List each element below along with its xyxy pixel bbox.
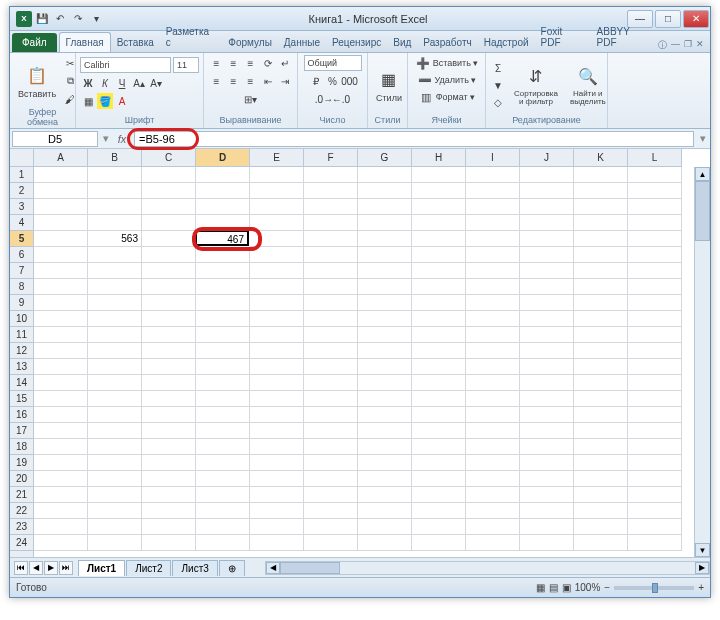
row-header-6[interactable]: 6 [10,247,33,263]
cell-L5[interactable] [628,231,682,247]
cell-G16[interactable] [358,407,412,423]
cell-G22[interactable] [358,503,412,519]
delete-cells-button[interactable]: ➖Удалить ▾ [417,72,477,88]
save-icon[interactable]: 💾 [34,11,50,27]
wb-close-icon[interactable]: ✕ [696,39,704,52]
cell-I22[interactable] [466,503,520,519]
row-header-15[interactable]: 15 [10,391,33,407]
cell-D23[interactable] [196,519,250,535]
cell-J5[interactable] [520,231,574,247]
cell-K18[interactable] [574,439,628,455]
cell-G6[interactable] [358,247,412,263]
cell-C18[interactable] [142,439,196,455]
cell-F22[interactable] [304,503,358,519]
cell-J19[interactable] [520,455,574,471]
row-header-8[interactable]: 8 [10,279,33,295]
cell-D6[interactable] [196,247,250,263]
cell-B9[interactable] [88,295,142,311]
cell-G24[interactable] [358,535,412,551]
cell-G19[interactable] [358,455,412,471]
cell-F5[interactable] [304,231,358,247]
cell-D2[interactable] [196,183,250,199]
cell-A19[interactable] [34,455,88,471]
cell-L22[interactable] [628,503,682,519]
styles-button[interactable]: ▦ Стили [372,65,406,105]
cell-D20[interactable] [196,471,250,487]
col-header-B[interactable]: B [88,149,142,166]
sheet-next-icon[interactable]: ▶ [44,561,58,575]
tab-pagelayout[interactable]: Разметка с [160,22,223,52]
cell-G18[interactable] [358,439,412,455]
cell-J18[interactable] [520,439,574,455]
row-header-24[interactable]: 24 [10,535,33,551]
cell-F2[interactable] [304,183,358,199]
cell-L17[interactable] [628,423,682,439]
cell-C16[interactable] [142,407,196,423]
cell-A8[interactable] [34,279,88,295]
cell-I21[interactable] [466,487,520,503]
cell-A12[interactable] [34,343,88,359]
cell-K19[interactable] [574,455,628,471]
cell-D16[interactable] [196,407,250,423]
cell-E14[interactable] [250,375,304,391]
cell-H14[interactable] [412,375,466,391]
cell-E24[interactable] [250,535,304,551]
italic-button[interactable]: К [97,75,113,91]
cell-K24[interactable] [574,535,628,551]
currency-icon[interactable]: ₽ [308,73,324,89]
cell-J20[interactable] [520,471,574,487]
cell-L18[interactable] [628,439,682,455]
zoom-thumb[interactable] [652,583,658,593]
col-header-A[interactable]: A [34,149,88,166]
col-header-H[interactable]: H [412,149,466,166]
cell-B3[interactable] [88,199,142,215]
cell-F7[interactable] [304,263,358,279]
cell-F16[interactable] [304,407,358,423]
cell-B4[interactable] [88,215,142,231]
cell-H22[interactable] [412,503,466,519]
merge-icon[interactable]: ⊞▾ [239,91,262,107]
cell-K7[interactable] [574,263,628,279]
cell-D10[interactable] [196,311,250,327]
cell-A16[interactable] [34,407,88,423]
align-top-icon[interactable]: ≡ [209,55,225,71]
cell-C24[interactable] [142,535,196,551]
cell-B11[interactable] [88,327,142,343]
formula-input[interactable]: =B5-96 [134,131,694,147]
cell-F14[interactable] [304,375,358,391]
cell-B2[interactable] [88,183,142,199]
cell-G2[interactable] [358,183,412,199]
tab-formulas[interactable]: Формулы [222,33,278,52]
cell-F1[interactable] [304,167,358,183]
view-pagebreak-icon[interactable]: ▣ [562,582,571,593]
cell-I4[interactable] [466,215,520,231]
cell-H3[interactable] [412,199,466,215]
cell-F11[interactable] [304,327,358,343]
cell-I1[interactable] [466,167,520,183]
scroll-up-icon[interactable]: ▲ [695,167,710,181]
cell-G4[interactable] [358,215,412,231]
cell-L8[interactable] [628,279,682,295]
name-box[interactable]: D5 [12,131,98,147]
cell-C7[interactable] [142,263,196,279]
zoom-value[interactable]: 100% [575,582,601,593]
cell-D22[interactable] [196,503,250,519]
cell-H23[interactable] [412,519,466,535]
cell-B18[interactable] [88,439,142,455]
cell-G9[interactable] [358,295,412,311]
cell-F24[interactable] [304,535,358,551]
cell-A1[interactable] [34,167,88,183]
cell-C13[interactable] [142,359,196,375]
cell-K2[interactable] [574,183,628,199]
cell-C6[interactable] [142,247,196,263]
qat-dropdown-icon[interactable]: ▾ [88,11,104,27]
cell-H2[interactable] [412,183,466,199]
sheet-tab-1[interactable]: Лист1 [78,560,125,576]
cell-H19[interactable] [412,455,466,471]
cell-J6[interactable] [520,247,574,263]
cell-G14[interactable] [358,375,412,391]
cell-K3[interactable] [574,199,628,215]
col-header-F[interactable]: F [304,149,358,166]
cell-G15[interactable] [358,391,412,407]
row-header-2[interactable]: 2 [10,183,33,199]
